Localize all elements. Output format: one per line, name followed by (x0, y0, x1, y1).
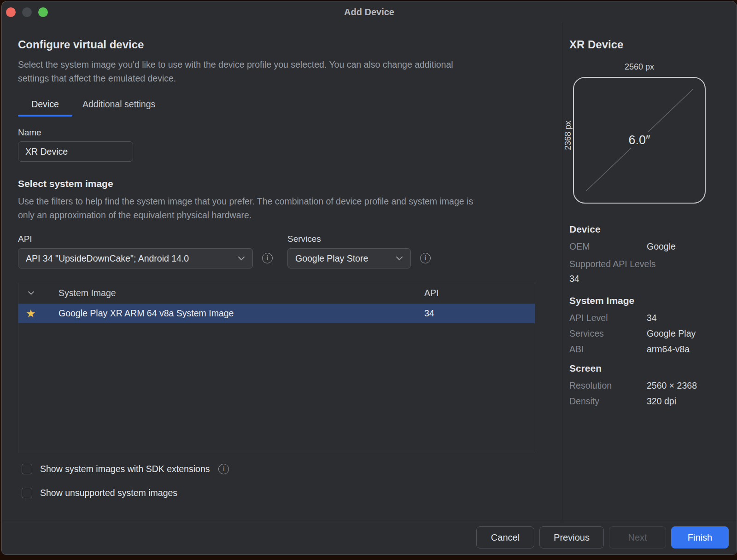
screen-height-label: 2368 px (563, 121, 573, 150)
screen-diagonal-label: 6.0″ (623, 132, 655, 148)
supported-api-levels-value: 34 (569, 274, 724, 286)
screen-outline: 6.0″ (573, 77, 706, 204)
tab-additional-settings-label: Additional settings (82, 99, 155, 109)
table-options: Show system images with SDK extensions i… (18, 462, 562, 499)
api-filter-value: API 34 "UpsideDownCake"; Android 14.0 (26, 253, 189, 264)
table-row[interactable]: ★ Google Play XR ARM 64 v8a System Image… (18, 303, 535, 323)
api-level-value: 34 (647, 313, 724, 323)
system-image-api: 34 (424, 308, 535, 319)
system-image-table: System Image API ★ Google Play XR ARM 64… (18, 283, 535, 453)
tab-device[interactable]: Device (18, 99, 72, 117)
api-filter-dropdown[interactable]: API 34 "UpsideDownCake"; Android 14.0 (18, 248, 253, 268)
page-description: Select the system image you'd like to us… (18, 58, 483, 85)
active-tab-indicator (18, 115, 72, 117)
screen-width-label: 2560 px (573, 62, 706, 72)
device-section-title: Device (569, 224, 724, 235)
sdk-extensions-info-icon[interactable]: i (218, 464, 229, 474)
previous-button[interactable]: Previous (539, 526, 604, 548)
page-title: Configure virtual device (18, 38, 562, 51)
select-system-image-description: Use the filters to help find the system … (18, 194, 483, 222)
title-bar: Add Device (2, 1, 737, 23)
dialog-footer: Cancel Previous Next Finish (2, 520, 737, 554)
services-filter-dropdown[interactable]: Google Play Store (287, 248, 411, 268)
select-system-image-title: Select system image (18, 178, 562, 189)
unsupported-images-checkbox[interactable] (22, 488, 32, 498)
image-filters: API API 34 "UpsideDownCake"; Android 14.… (18, 234, 562, 268)
minimize-window-button[interactable] (22, 7, 32, 17)
tab-additional-settings[interactable]: Additional settings (82, 99, 155, 117)
column-header-system-image: System Image (58, 288, 424, 298)
density-label: Density (569, 396, 647, 407)
table-header-row: System Image API (18, 283, 535, 303)
favorite-star-icon[interactable]: ★ (18, 308, 58, 319)
unsupported-images-label: Show unsupported system images (40, 488, 177, 498)
api-filter-label: API (18, 234, 253, 244)
name-label: Name (18, 128, 562, 138)
chevron-down-icon (238, 256, 245, 261)
column-header-api: API (424, 288, 535, 298)
finish-button[interactable]: Finish (671, 526, 729, 548)
configure-pane: Configure virtual device Select the syst… (2, 23, 562, 520)
zoom-window-button[interactable] (38, 7, 48, 17)
collapse-chevron-icon[interactable] (18, 291, 58, 295)
abi-value: arm64-v8a (647, 344, 724, 355)
api-info-icon[interactable]: i (262, 253, 273, 263)
chevron-down-icon (396, 256, 403, 261)
services-filter-value: Google Play Store (295, 253, 368, 264)
device-details-panel: XR Device 2560 px 2368 px 6.0″ Device OE… (562, 23, 737, 520)
screen-section-title: Screen (569, 363, 724, 374)
abi-label: ABI (569, 344, 647, 355)
oem-value: Google (647, 241, 724, 252)
tab-device-label: Device (31, 99, 59, 109)
api-level-label: API Level (569, 313, 647, 323)
resolution-label: Resolution (569, 380, 647, 391)
system-image-name: Google Play XR ARM 64 v8a System Image (58, 308, 424, 319)
sdk-extensions-label: Show system images with SDK extensions (40, 464, 210, 474)
services-info-icon[interactable]: i (420, 253, 431, 263)
resolution-value: 2560 × 2368 (647, 380, 724, 391)
system-image-section-title: System Image (569, 295, 724, 306)
services-value: Google Play (647, 328, 724, 339)
supported-api-levels-label: Supported API Levels (569, 259, 724, 271)
next-button: Next (609, 526, 666, 548)
cancel-button[interactable]: Cancel (476, 526, 534, 548)
services-label: Services (569, 328, 647, 339)
add-device-dialog: Add Device Configure virtual device Sele… (1, 1, 737, 555)
sdk-extensions-checkbox[interactable] (22, 464, 32, 474)
device-details-title: XR Device (569, 38, 724, 51)
close-window-button[interactable] (6, 7, 16, 17)
oem-label: OEM (569, 241, 647, 252)
window-title: Add Device (2, 1, 737, 23)
services-filter-label: Services (287, 234, 411, 244)
density-value: 320 dpi (647, 396, 724, 407)
tab-bar: Device Additional settings (18, 99, 562, 117)
device-name-input[interactable] (18, 141, 133, 162)
screen-diagram: 2560 px 2368 px 6.0″ (569, 62, 711, 204)
